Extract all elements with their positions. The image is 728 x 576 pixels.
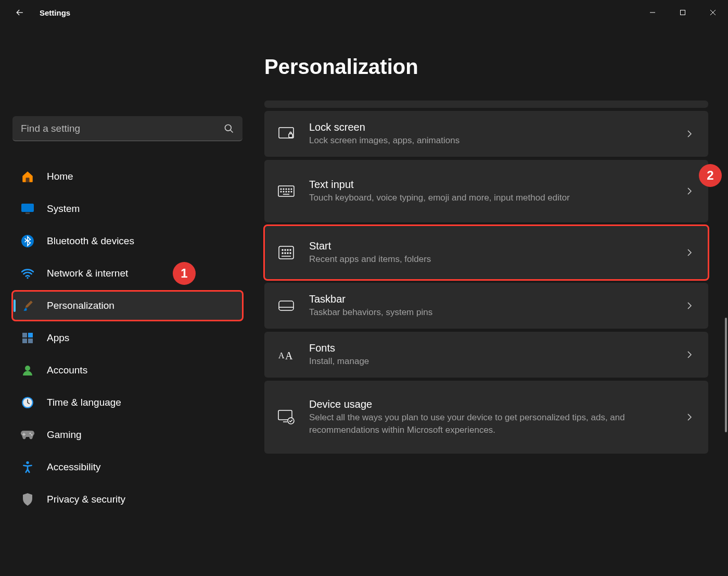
close-button[interactable] [698,2,728,23]
sidebar-item-network[interactable]: Network & internet 1 [12,259,242,288]
sidebar-item-personalization[interactable]: Personalization [12,291,242,320]
accessibility-icon [20,459,35,475]
home-icon [20,169,35,184]
svg-point-10 [27,277,28,279]
shield-icon [20,492,35,507]
minimize-icon [649,9,656,16]
svg-point-18 [30,433,31,434]
svg-point-40 [282,253,283,254]
sidebar-item-bluetooth[interactable]: Bluetooth & devices [12,227,242,256]
sidebar-item-label: Personalization [47,300,114,311]
sidebar-item-label: Privacy & security [47,494,125,505]
settings-card-stub[interactable] [264,101,708,108]
minimize-button[interactable] [637,2,668,23]
svg-point-38 [287,249,288,251]
svg-point-24 [280,189,282,190]
svg-point-29 [280,191,282,192]
search-input[interactable] [21,123,224,134]
fonts-icon: AA [277,345,296,364]
sidebar-item-label: Network & internet [47,268,128,279]
settings-card-taskbar[interactable]: Taskbar Taskbar behaviors, system pins [264,283,708,329]
settings-card-text-input[interactable]: Text input Touch keyboard, voice typing,… [264,160,708,222]
paintbrush-icon [20,298,35,314]
card-desc: Install, manage [309,355,683,368]
card-desc: Touch keyboard, voice typing, emoji and … [309,192,683,204]
back-button[interactable] [9,2,30,23]
settings-card-start[interactable]: Start Recent apps and items, folders [264,226,708,280]
maximize-button[interactable] [668,2,698,23]
chevron-right-icon [683,248,696,257]
card-title: Start [309,240,683,252]
svg-point-37 [285,249,286,251]
svg-point-28 [291,189,292,190]
svg-rect-22 [289,134,292,137]
sidebar-item-apps[interactable]: Apps [12,323,242,353]
svg-rect-14 [28,339,33,343]
card-desc: Taskbar behaviors, system pins [309,306,683,319]
settings-card-fonts[interactable]: AA Fonts Install, manage [264,332,708,378]
annotation-badge-1: 1 [173,262,196,285]
svg-point-43 [290,253,291,254]
svg-point-39 [290,249,291,251]
sidebar: Home System Bluetooth & devices Network … [0,25,255,576]
bluetooth-icon [20,233,35,249]
svg-point-25 [283,189,284,190]
svg-point-41 [285,253,286,254]
svg-text:A: A [285,350,293,361]
wifi-icon [20,266,35,281]
sidebar-item-system[interactable]: System [12,194,242,223]
svg-line-5 [231,130,233,132]
svg-point-36 [282,249,283,251]
sidebar-item-label: Apps [47,332,69,344]
settings-card-lock-screen[interactable]: Lock screen Lock screen images, apps, an… [264,111,708,157]
card-desc: Lock screen images, apps, animations [309,134,683,147]
sidebar-item-accounts[interactable]: Accounts [12,356,242,385]
chevron-right-icon [683,413,696,421]
chevron-right-icon [683,350,696,359]
arrow-left-icon [15,7,25,18]
content: Personalization Lock screen Lock screen … [255,25,728,576]
sidebar-item-privacy[interactable]: Privacy & security [12,485,242,514]
sidebar-item-label: System [47,203,80,215]
card-title: Fonts [309,342,683,354]
settings-card-device-usage[interactable]: Device usage Select all the ways you pla… [264,381,708,454]
card-title: Taskbar [309,293,683,305]
card-desc: Select all the ways you plan to use your… [309,411,683,436]
taskbar-icon [277,296,296,315]
sidebar-item-accessibility[interactable]: Accessibility [12,453,242,482]
sidebar-item-label: Accessibility [47,461,100,473]
svg-rect-1 [681,10,685,15]
device-usage-icon [277,408,296,427]
keyboard-icon [277,182,296,201]
gamepad-icon [20,427,35,443]
svg-point-33 [291,191,292,192]
svg-rect-13 [22,339,27,343]
lock-screen-icon [277,124,296,143]
chevron-right-icon [683,130,696,138]
system-icon [20,201,35,217]
close-icon [710,9,716,16]
sidebar-item-home[interactable]: Home [12,162,242,191]
start-icon [277,243,296,262]
svg-point-19 [31,434,33,436]
svg-point-42 [287,253,288,254]
sidebar-item-label: Bluetooth & devices [47,235,134,247]
search-box[interactable] [12,116,242,141]
sidebar-item-time[interactable]: Time & language [12,388,242,417]
card-title: Device usage [309,398,683,410]
svg-text:A: A [278,351,285,360]
titlebar: Settings [0,0,728,25]
card-title: Text input [309,179,683,191]
svg-rect-45 [279,301,293,310]
svg-point-4 [225,124,232,131]
svg-rect-12 [28,333,33,337]
app-title: Settings [40,8,70,17]
sidebar-item-gaming[interactable]: Gaming [12,420,242,449]
svg-point-32 [288,191,289,192]
search-icon [224,123,234,134]
sidebar-item-label: Gaming [47,429,82,441]
svg-point-30 [283,191,284,192]
scrollbar-thumb[interactable] [725,318,727,432]
window-controls [637,2,728,23]
sidebar-item-label: Home [47,171,73,182]
